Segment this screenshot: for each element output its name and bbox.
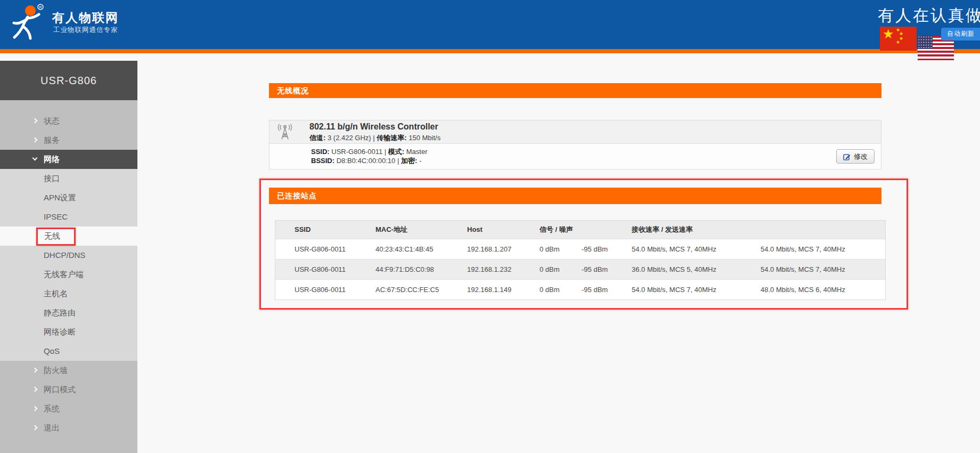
cell-host: 192.168.1.149 xyxy=(448,280,520,300)
chevron-right-icon xyxy=(32,118,38,124)
col-signal-noise: 信号 / 噪声 xyxy=(520,221,612,239)
antenna-icon xyxy=(276,123,294,141)
cell-ssid: USR-G806-0011 xyxy=(275,260,356,279)
controller-subtitle: 信道: 3 (2.422 GHz) | 传输速率: 150 Mbit/s xyxy=(309,133,440,143)
cell-signal: 0 dBm xyxy=(520,260,562,279)
sidebar-item-port-mode[interactable]: 网口模式 xyxy=(0,380,137,399)
sidebar-item-network[interactable]: 网络 xyxy=(0,150,137,169)
cell-tx: 48.0 Mbit/s, MCS 6, 40MHz xyxy=(741,280,885,300)
controller-title: 802.11 b/g/n Wireless Controller xyxy=(309,122,438,132)
sidebar-item-static-routes[interactable]: 静态路由 xyxy=(0,303,137,322)
cell-noise: -95 dBm xyxy=(562,280,612,300)
svg-text:R: R xyxy=(39,5,42,10)
wireless-controller-summary: 802.11 b/g/n Wireless Controller 信道: 3 (… xyxy=(270,120,881,144)
menu-top-padding xyxy=(0,100,137,111)
cell-noise: -95 dBm xyxy=(562,260,612,279)
cell-ssid: USR-G806-0011 xyxy=(275,239,356,259)
chevron-right-icon xyxy=(32,387,38,392)
cell-rx: 54.0 Mbit/s, MCS 7, 40MHz xyxy=(612,280,741,300)
wireless-overview-panel: 802.11 b/g/n Wireless Controller 信道: 3 (… xyxy=(269,120,881,169)
us-flag-canton xyxy=(918,36,933,49)
cell-mac: 40:23:43:C1:4B:45 xyxy=(356,239,448,259)
col-ssid: SSID xyxy=(275,221,356,239)
auto-refresh-badge[interactable]: 自动刷新 xyxy=(941,28,980,41)
network-submenu: 接口 APN设置 IPSEC 无线 DHCP/DNS 无线客户端 主机名 静态路… xyxy=(0,169,137,361)
table-row: USR-G806-0011 AC:67:5D:CC:FE:C5 192.168.… xyxy=(275,280,885,300)
cell-rx: 54.0 Mbit/s, MCS 7, 40MHz xyxy=(612,239,741,259)
sidebar-item-qos[interactable]: QoS xyxy=(0,342,137,361)
bssid-line: BSSID: D8:B0:4C:00:00:10 | 加密: - xyxy=(311,156,881,165)
device-title: USR-G806 xyxy=(0,61,137,100)
section-title-connected-stations: 已连接站点 xyxy=(269,188,881,204)
china-flag-icon[interactable]: ★ ★ ★ ★ ★ xyxy=(880,27,917,51)
col-mac: MAC-地址 xyxy=(356,221,448,239)
sidebar-item-ipsec[interactable]: IPSEC xyxy=(0,207,137,226)
brand-name: 有人物联网 xyxy=(52,10,119,26)
cell-tx: 54.0 Mbit/s, MCS 7, 40MHz xyxy=(741,260,885,279)
ssid-line: SSID: USR-G806-0011 | 模式: Master xyxy=(311,147,881,156)
brand-logo[interactable]: R 有人物联网 工业物联网通信专家 xyxy=(10,2,180,47)
col-host: Host xyxy=(448,221,520,239)
cell-signal: 0 dBm xyxy=(520,239,562,259)
table-row: USR-G806-0011 40:23:43:C1:4B:45 192.168.… xyxy=(275,239,885,260)
section-title-wireless-overview: 无线概况 xyxy=(269,83,881,98)
brand-subtitle: 工业物联网通信专家 xyxy=(53,26,118,35)
sidebar-nav: 状态 服务 网络 接口 APN设置 IPSEC 无线 DHCP/DNS xyxy=(0,100,137,453)
sidebar-item-wireless-client[interactable]: 无线客户端 xyxy=(0,265,137,284)
sidebar-item-services[interactable]: 服务 xyxy=(0,131,137,150)
edit-icon xyxy=(843,153,851,160)
sidebar-item-diagnostics[interactable]: 网络诊断 xyxy=(0,322,137,342)
cell-tx: 54.0 Mbit/s, MCS 7, 40MHz xyxy=(741,239,885,259)
table-row: USR-G806-0011 44:F9:71:D5:C0:98 192.168.… xyxy=(275,260,885,280)
chevron-right-icon xyxy=(32,406,38,411)
cell-mac: AC:67:5D:CC:FE:C5 xyxy=(356,280,448,300)
wireless-item-highlight: 无线 xyxy=(36,228,76,246)
sidebar-item-apn[interactable]: APN设置 xyxy=(0,188,137,207)
top-header: R 有人物联网 工业物联网通信专家 有人在认真做事 xyxy=(0,0,980,49)
chevron-down-icon xyxy=(32,156,38,161)
page: R 有人物联网 工业物联网通信专家 有人在认真做事 ★ ★ ★ ★ ★ 自动刷新… xyxy=(0,0,980,453)
edit-button[interactable]: 修改 xyxy=(836,149,875,164)
sidebar-item-interfaces[interactable]: 接口 xyxy=(0,169,137,188)
cell-host: 192.168.1.207 xyxy=(448,239,520,259)
sidebar-item-system[interactable]: 系统 xyxy=(0,399,137,418)
usr-mascot-icon: R xyxy=(10,3,45,43)
sidebar-item-hostname[interactable]: 主机名 xyxy=(0,284,137,303)
connected-stations-table: SSID MAC-地址 Host 信号 / 噪声 接收速率 / 发送速率 USR… xyxy=(275,220,886,300)
sidebar-item-status[interactable]: 状态 xyxy=(0,111,137,131)
cell-noise: -95 dBm xyxy=(562,239,612,259)
wireless-detail-area: SSID: USR-G806-0011 | 模式: Master BSSID: … xyxy=(270,144,881,169)
cell-ssid: USR-G806-0011 xyxy=(275,280,356,300)
cell-mac: 44:F9:71:D5:C0:98 xyxy=(356,260,448,279)
sidebar-item-wireless[interactable]: 无线 xyxy=(0,226,137,246)
table-header-row: SSID MAC-地址 Host 信号 / 噪声 接收速率 / 发送速率 xyxy=(275,221,885,239)
chevron-right-icon xyxy=(32,425,38,431)
chevron-right-icon xyxy=(32,368,38,373)
header-slogan: 有人在认真做事 xyxy=(878,5,980,27)
cell-rx: 36.0 Mbit/s, MCS 5, 40MHz xyxy=(612,260,741,279)
chevron-right-icon xyxy=(32,137,38,143)
sidebar-item-dhcp-dns[interactable]: DHCP/DNS xyxy=(0,246,137,265)
cell-signal: 0 dBm xyxy=(520,280,562,300)
cell-host: 192.168.1.232 xyxy=(448,260,520,279)
sidebar-item-firewall[interactable]: 防火墙 xyxy=(0,361,137,380)
col-rx-tx: 接收速率 / 发送速率 xyxy=(612,221,885,239)
header-accent-stripe xyxy=(0,49,980,53)
sidebar-item-logout[interactable]: 退出 xyxy=(0,418,137,438)
